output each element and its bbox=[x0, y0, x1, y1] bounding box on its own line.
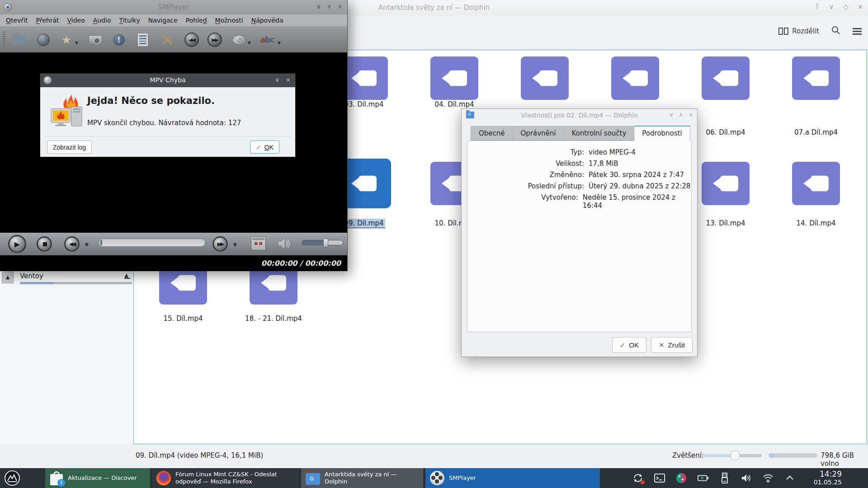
mute-icon[interactable] bbox=[277, 237, 292, 250]
favorites-icon[interactable]: ★ bbox=[58, 31, 75, 48]
zoom-slider-handle[interactable] bbox=[730, 450, 740, 460]
minimize-button[interactable]: ∨ bbox=[827, 3, 835, 11]
show-log-button[interactable]: Zobrazit log bbox=[47, 141, 92, 154]
updates-tray-icon[interactable] bbox=[632, 472, 644, 484]
minimize-button[interactable]: ∨ bbox=[275, 76, 280, 83]
rewind-button[interactable]: ◀◀ bbox=[64, 236, 80, 252]
dropdown-arrow-icon[interactable]: ▼ bbox=[248, 41, 251, 45]
ok-button[interactable]: ✓ OK bbox=[250, 141, 279, 154]
next-chapter-icon[interactable]: ▶▶ bbox=[206, 31, 223, 48]
close-button[interactable]: × bbox=[337, 3, 343, 10]
smplayer-controlbar: ▶ ■ ◀◀ ▼ ▶▶ ▼ bbox=[0, 233, 347, 255]
wifi-tray-icon[interactable] bbox=[762, 472, 774, 484]
dropdown-arrow-icon[interactable]: ▼ bbox=[278, 41, 281, 45]
subtitles-icon[interactable]: abc bbox=[259, 31, 276, 48]
taskbar-item-dolphin[interactable]: Antarktida světy za ní — Dolphin bbox=[301, 468, 423, 488]
menu-icon[interactable] bbox=[853, 28, 862, 35]
application-launcher-icon[interactable] bbox=[4, 469, 21, 487]
close-button[interactable]: × bbox=[856, 3, 864, 11]
dropdown-arrow-icon[interactable]: ▼ bbox=[75, 41, 78, 45]
file-tile[interactable]: 07.a Díl.mp4 bbox=[780, 56, 852, 137]
previous-chapter-icon[interactable]: ◀◀ bbox=[183, 31, 200, 48]
menu-pohled[interactable]: Pohled bbox=[182, 17, 211, 24]
tab-obecne[interactable]: Obecné bbox=[471, 126, 513, 141]
preferences-icon[interactable] bbox=[159, 31, 176, 48]
tab-opravneni[interactable]: Oprávnění bbox=[513, 126, 564, 141]
cancel-button[interactable]: ✕ Zrušit bbox=[651, 337, 693, 353]
properties-titlebar: Vlastnosti pro 02. Díl.mp4 — Dolphin ∨ ∧… bbox=[462, 109, 697, 122]
expand-tray-icon[interactable] bbox=[784, 472, 796, 484]
minimize-button[interactable]: ∨ bbox=[669, 111, 674, 118]
taskbar-item-discover[interactable]: ↓ Aktualizace — Discover bbox=[45, 468, 150, 488]
open-url-icon[interactable] bbox=[35, 31, 52, 48]
file-tile[interactable]: 13. Díl.mp4 bbox=[689, 162, 762, 228]
terminal-tray-icon[interactable] bbox=[654, 472, 665, 484]
split-view-icon bbox=[778, 28, 788, 35]
file-tile[interactable] bbox=[599, 56, 671, 108]
screenshot-icon[interactable] bbox=[87, 31, 104, 48]
video-file-icon bbox=[702, 162, 750, 205]
minimize-button[interactable]: ∨ bbox=[316, 3, 321, 10]
seek-slider[interactable] bbox=[99, 239, 205, 247]
taskbar: ↓ Aktualizace — Discover Fórum Linux Min… bbox=[0, 468, 868, 488]
open-folder-icon[interactable] bbox=[11, 31, 28, 48]
video-file-icon bbox=[611, 56, 659, 100]
menu-napoveda[interactable]: Nápověda bbox=[247, 17, 288, 24]
stop-button[interactable]: ■ bbox=[37, 236, 52, 252]
close-icon: ✕ bbox=[659, 341, 665, 349]
digital-clock[interactable]: 14:29 01.05.25 bbox=[800, 469, 842, 486]
smplayer-timebar: 00:00:00 / 00:00:00 bbox=[0, 255, 347, 271]
close-button[interactable]: × bbox=[689, 111, 693, 118]
menu-audio[interactable]: Audio bbox=[89, 17, 115, 24]
removable-device-tray-icon[interactable] bbox=[719, 472, 731, 484]
menu-video[interactable]: Video bbox=[63, 17, 89, 24]
kde-app-tray-icon[interactable] bbox=[675, 472, 687, 484]
taskbar-item-firefox[interactable]: Fórum Linux Mint CZ&SK - Odeslat odpověď… bbox=[152, 468, 299, 488]
menu-titulky[interactable]: Titulky bbox=[115, 17, 144, 24]
rewind-dropdown-icon[interactable]: ▼ bbox=[85, 242, 89, 247]
playlist-icon[interactable] bbox=[134, 31, 151, 48]
toolbar-drag-handle[interactable] bbox=[3, 32, 5, 47]
forward-button[interactable]: ▶▶ bbox=[212, 236, 228, 252]
disc-icon[interactable] bbox=[231, 31, 248, 48]
battery-tray-icon[interactable] bbox=[697, 472, 709, 484]
tab-podrobnosti[interactable]: Podrobnosti bbox=[634, 126, 690, 141]
tab-kontrolni-soucty[interactable]: Kontrolní součty bbox=[564, 126, 635, 141]
maximize-button[interactable]: ∧ bbox=[679, 111, 684, 118]
taskbar-item-smplayer[interactable]: SMPlayer bbox=[425, 468, 600, 488]
task-label: Fórum Linux Mint CZ&SK - Odeslat odpověď… bbox=[175, 471, 289, 486]
volume-tray-icon[interactable] bbox=[741, 472, 752, 484]
help-button[interactable]: ? bbox=[813, 3, 821, 11]
task-label: SMPlayer bbox=[449, 474, 476, 482]
file-tile[interactable]: 04. Díl.mp4 bbox=[418, 56, 491, 109]
close-button[interactable]: × bbox=[286, 76, 291, 83]
menu-prehrat[interactable]: Přehrát bbox=[32, 17, 63, 24]
eject-icon[interactable]: ▲ bbox=[2, 272, 14, 283]
menu-navigace[interactable]: Navigace bbox=[144, 17, 182, 24]
fullscreen-icon[interactable] bbox=[251, 237, 266, 250]
volume-slider-handle[interactable] bbox=[323, 239, 328, 247]
clock-date: 01.05.25 bbox=[800, 479, 842, 486]
file-tile[interactable]: 14. Díl.mp4 bbox=[780, 162, 852, 228]
firefox-icon bbox=[156, 471, 171, 485]
file-tile[interactable]: 06. Díl.mp4 bbox=[689, 56, 762, 137]
maximize-button[interactable]: ◇ bbox=[842, 3, 850, 11]
menu-moznosti[interactable]: Možnosti bbox=[211, 17, 247, 24]
information-icon[interactable]: ! bbox=[110, 31, 127, 48]
forward-dropdown-icon[interactable]: ▼ bbox=[233, 242, 237, 247]
seek-slider-handle[interactable] bbox=[100, 240, 102, 245]
search-icon[interactable] bbox=[831, 25, 841, 37]
maximize-button[interactable]: ∧ bbox=[327, 3, 331, 10]
menu-otevrit[interactable]: Otevřít bbox=[2, 17, 32, 24]
property-row: Typ: video MPEG-4 bbox=[467, 148, 691, 156]
ok-button[interactable]: ✓ OK bbox=[612, 337, 646, 353]
play-button[interactable]: ▶ bbox=[8, 235, 26, 253]
eject-icon[interactable]: ▲ bbox=[124, 272, 131, 279]
places-item-ventoy[interactable]: ▲ Ventoy ▲ bbox=[0, 271, 133, 286]
discover-icon: ↓ bbox=[50, 471, 63, 485]
task-label: Aktualizace — Discover bbox=[68, 474, 137, 482]
volume-slider[interactable] bbox=[302, 240, 343, 245]
file-tile[interactable] bbox=[509, 56, 581, 108]
zoom-slider[interactable] bbox=[704, 454, 762, 457]
split-view-button[interactable]: Rozdělit bbox=[778, 27, 819, 35]
